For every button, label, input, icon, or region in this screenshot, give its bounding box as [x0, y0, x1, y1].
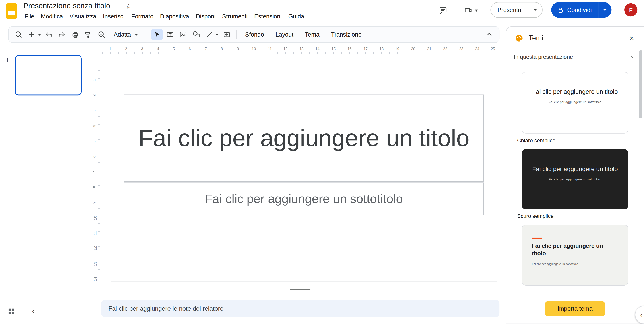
insert-shape-button[interactable]	[190, 29, 202, 40]
ruler-tick-label: 7	[205, 47, 207, 51]
menu-item-file[interactable]: File	[21, 12, 38, 21]
collapse-toolbar-button[interactable]	[484, 29, 495, 40]
import-theme-button[interactable]: Importa tema	[544, 301, 605, 316]
share-options-button[interactable]	[598, 2, 612, 18]
theme-button[interactable]: Tema	[300, 28, 324, 41]
comment-history-button[interactable]	[436, 3, 450, 17]
line-icon	[205, 30, 214, 39]
insert-image-button[interactable]	[178, 29, 189, 40]
ruler-tick-label: 13	[93, 262, 98, 266]
ruler-tick-label: 25	[491, 47, 495, 51]
ruler-tick-label: 5	[92, 140, 96, 142]
subtitle-placeholder[interactable]: Fai clic per aggiungere un sottotitolo	[124, 182, 484, 215]
fit-zoom-dropdown[interactable]: Adatta	[109, 28, 143, 41]
close-icon[interactable]: ×	[626, 32, 638, 45]
section-label: In questa presentazione	[514, 54, 573, 60]
new-slide-button[interactable]	[26, 29, 38, 40]
themes-panel: Temi × In questa presentazione Fai clic …	[506, 26, 644, 324]
menu-item-visualizza[interactable]: Visualizza	[66, 12, 100, 21]
notes-resize-handle[interactable]	[290, 288, 310, 290]
caret-down-icon	[533, 9, 537, 11]
menu-item-disponi[interactable]: Disponi	[192, 12, 219, 21]
speaker-notes-input[interactable]: Fai clic per aggiungere le note del rela…	[101, 300, 500, 317]
redo-button[interactable]	[56, 29, 68, 40]
paint-format-button[interactable]	[82, 29, 94, 40]
ruler-tick-label: 1	[109, 47, 111, 51]
theme-card-dark[interactable]: Fai clic per aggiungere un titolo Fai cl…	[522, 149, 628, 209]
ruler-tick-label: 14	[93, 277, 98, 281]
ruler-tick-label: 8	[221, 47, 223, 51]
menu-item-formato[interactable]: Formato	[128, 12, 157, 21]
collapse-filmstrip-button[interactable]: ‹	[29, 307, 38, 316]
share-button-label: Condividi	[567, 7, 592, 13]
ruler-tick-label: 1	[92, 79, 96, 81]
zoom-button[interactable]	[96, 29, 107, 40]
ruler-tick-label: 11	[268, 47, 272, 51]
ruler-tick-label: 8	[92, 186, 96, 188]
insert-line-button[interactable]	[204, 29, 215, 40]
ruler-tick-label: 10	[252, 47, 256, 51]
panel-scrollbar[interactable]	[639, 50, 642, 118]
menu-item-guida[interactable]: Guida	[285, 12, 308, 21]
grid-view-button[interactable]	[7, 307, 16, 315]
caret-down-icon	[603, 9, 607, 11]
present-button[interactable]: Presenta	[491, 3, 528, 17]
new-slide-options-button[interactable]	[38, 33, 42, 36]
google-slides-app: Presentazione senza titolo ☆ File Modifi…	[0, 0, 644, 324]
text-box-button[interactable]	[164, 29, 176, 40]
layout-button[interactable]: Layout	[271, 28, 298, 41]
menu-item-inserisci[interactable]: Inserisci	[100, 12, 128, 21]
background-button[interactable]: Sfondo	[241, 28, 269, 41]
in-this-presentation-toggle[interactable]: In questa presentazione	[506, 50, 644, 64]
shapes-icon	[192, 30, 200, 39]
ruler-tick-label: 3	[92, 110, 96, 112]
undo-icon	[45, 30, 53, 39]
print-icon	[71, 30, 79, 39]
document-title[interactable]: Presentazione senza titolo	[24, 2, 110, 10]
theme-card-subtitle: Fai clic per aggiungere un sottotitolo	[522, 100, 628, 104]
videocam-icon	[464, 6, 472, 15]
ruler-tick-label: 15	[332, 47, 336, 51]
ruler-tick-label: 3	[141, 47, 143, 51]
ruler-tick-label: 2	[125, 47, 127, 51]
join-call-button[interactable]	[461, 3, 482, 17]
fit-zoom-label: Adatta	[114, 31, 131, 38]
ruler-tick-label: 22	[443, 47, 447, 51]
cursor-icon	[153, 30, 161, 39]
caret-down-icon	[134, 33, 138, 36]
palette-icon	[515, 34, 524, 43]
ruler-tick-label: 2	[92, 94, 96, 96]
present-options-button[interactable]	[528, 3, 542, 17]
themes-panel-title: Temi	[528, 34, 544, 42]
title-placeholder[interactable]: Fai clic per aggiungere un titolo	[124, 95, 484, 182]
theme-card-title: Fai clic per aggiungere un titolo	[522, 72, 628, 96]
theme-card-title: Fai clic per aggiungere un titolo	[522, 242, 628, 257]
account-avatar[interactable]: F	[624, 3, 637, 17]
theme-card-light[interactable]: Fai clic per aggiungere un titolo Fai cl…	[522, 72, 628, 134]
theme-card-title: Fai clic per aggiungere un titolo	[522, 150, 628, 174]
ruler-tick-label: 12	[93, 246, 98, 250]
slides-logo-icon[interactable]	[6, 3, 17, 19]
slide-thumbnail[interactable]	[15, 55, 82, 96]
ruler-tick-label: 19	[395, 47, 399, 51]
insert-placeholder-button[interactable]	[221, 29, 232, 40]
menu-item-diapositiva[interactable]: Diapositiva	[157, 12, 192, 21]
select-tool-button[interactable]	[151, 29, 162, 40]
share-button[interactable]: Condividi	[551, 2, 598, 18]
caret-down-icon	[474, 9, 478, 12]
theme-name: Chiaro semplice	[517, 137, 644, 143]
ruler-tick-label: 7	[92, 171, 96, 173]
undo-button[interactable]	[43, 29, 55, 40]
ruler-tick-label: 24	[475, 47, 480, 51]
menu-item-estensioni[interactable]: Estensioni	[251, 12, 285, 21]
insert-line-options-button[interactable]	[215, 33, 220, 36]
search-menus-button[interactable]	[12, 29, 24, 40]
transition-button[interactable]: Transizione	[326, 28, 366, 41]
slides-logo-bar	[8, 11, 15, 15]
print-button[interactable]	[69, 29, 81, 40]
menu-item-strumenti[interactable]: Strumenti	[219, 12, 251, 21]
menu-item-modifica[interactable]: Modifica	[38, 12, 66, 21]
star-icon[interactable]: ☆	[126, 3, 132, 10]
chevron-up-icon	[485, 30, 493, 39]
theme-card-accent[interactable]: Fai clic per aggiungere un titolo Fai cl…	[522, 225, 628, 285]
